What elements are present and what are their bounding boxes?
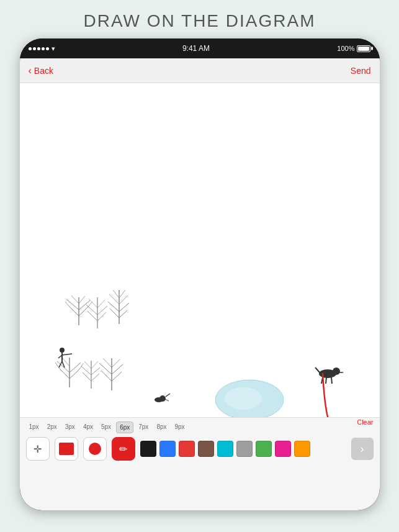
stroke-size-8px[interactable]: 8px bbox=[153, 422, 169, 433]
svg-line-39 bbox=[91, 361, 98, 369]
svg-line-8 bbox=[79, 296, 85, 304]
clear-button[interactable]: Clear bbox=[357, 418, 373, 426]
tools-row: ✛ ✏ bbox=[20, 435, 380, 463]
rectangle-tool-button[interactable] bbox=[55, 437, 78, 461]
color-red[interactable] bbox=[179, 441, 195, 457]
stroke-size-4px[interactable]: 4px bbox=[80, 422, 96, 433]
svg-line-69 bbox=[315, 367, 320, 372]
svg-line-20 bbox=[119, 303, 129, 312]
dog-figure bbox=[315, 367, 343, 384]
color-brown[interactable] bbox=[198, 441, 214, 457]
status-time: 9:41 AM bbox=[182, 44, 210, 53]
svg-line-24 bbox=[119, 290, 125, 298]
battery-fill bbox=[358, 47, 369, 51]
tree-2 bbox=[86, 297, 107, 328]
stroke-size-5px[interactable]: 5px bbox=[98, 422, 114, 433]
circle-shape bbox=[89, 443, 101, 455]
color-palette bbox=[140, 441, 346, 457]
stroke-size-3px[interactable]: 3px bbox=[62, 422, 78, 433]
svg-line-1 bbox=[69, 307, 79, 316]
svg-line-38 bbox=[84, 361, 91, 369]
svg-line-23 bbox=[113, 290, 119, 298]
back-button[interactable]: ‹ Back bbox=[29, 65, 53, 76]
svg-line-46 bbox=[112, 359, 120, 367]
tree-1 bbox=[65, 295, 92, 325]
svg-line-68 bbox=[331, 377, 332, 384]
svg-line-7 bbox=[71, 295, 79, 304]
tree-3 bbox=[108, 290, 129, 324]
bird-figure bbox=[155, 394, 170, 402]
svg-line-63 bbox=[165, 399, 169, 401]
svg-line-29 bbox=[69, 363, 81, 372]
rectangle-shape bbox=[59, 443, 74, 455]
svg-line-31 bbox=[79, 364, 83, 370]
svg-line-14 bbox=[89, 299, 97, 308]
svg-line-56 bbox=[59, 361, 62, 367]
svg-line-6 bbox=[88, 302, 92, 307]
back-chevron-icon: ‹ bbox=[29, 65, 32, 76]
color-cyan[interactable] bbox=[217, 441, 233, 457]
stroke-size-9px[interactable]: 9px bbox=[172, 422, 188, 433]
status-right: 100% bbox=[337, 45, 370, 52]
svg-line-67 bbox=[326, 377, 326, 384]
status-left: ▾ bbox=[29, 45, 55, 53]
back-label: Back bbox=[34, 66, 53, 76]
svg-line-36 bbox=[81, 366, 91, 375]
svg-line-19 bbox=[108, 302, 119, 312]
color-magenta[interactable] bbox=[275, 441, 291, 457]
svg-point-61 bbox=[155, 397, 163, 402]
sizes-row: 1px 2px 3px 4px 5px 6px 7px 8px 9px Back… bbox=[20, 418, 380, 435]
nav-bar: ‹ Back Send bbox=[20, 58, 380, 83]
tree-5 bbox=[81, 361, 100, 389]
pond-highlight bbox=[225, 387, 262, 410]
bottom-toolbar: 1px 2px 3px 4px 5px 6px 7px 8px 9px Back… bbox=[20, 417, 380, 510]
color-blue[interactable] bbox=[159, 441, 176, 457]
next-arrow-button[interactable]: › bbox=[351, 438, 374, 460]
svg-line-22 bbox=[119, 295, 128, 304]
stroke-size-7px[interactable]: 7px bbox=[135, 422, 151, 433]
color-green[interactable] bbox=[256, 441, 272, 457]
phone-frame: ▾ 9:41 AM 100% ‹ Back Send bbox=[20, 38, 380, 510]
drawing-svg[interactable] bbox=[20, 83, 380, 417]
status-bar: ▾ 9:41 AM 100% bbox=[20, 38, 380, 58]
svg-line-13 bbox=[97, 306, 107, 315]
drawing-canvas[interactable] bbox=[20, 83, 380, 417]
page-title: DRAW ON THE DIAGRAM bbox=[0, 0, 399, 38]
svg-point-54 bbox=[60, 348, 65, 353]
svg-line-35 bbox=[91, 374, 99, 381]
svg-line-5 bbox=[65, 302, 69, 307]
svg-line-37 bbox=[91, 367, 100, 375]
svg-line-30 bbox=[55, 363, 60, 369]
background-wrap: Background Clear bbox=[331, 422, 373, 426]
svg-line-10 bbox=[87, 311, 97, 321]
svg-line-58 bbox=[62, 354, 72, 355]
stroke-sizes-container: 1px 2px 3px 4px 5px 6px 7px 8px 9px bbox=[26, 422, 332, 433]
color-orange[interactable] bbox=[294, 441, 310, 457]
svg-point-65 bbox=[333, 367, 340, 375]
signal-dots bbox=[29, 47, 49, 50]
move-tool-button[interactable]: ✛ bbox=[26, 437, 50, 461]
wifi-icon: ▾ bbox=[52, 45, 55, 53]
stroke-size-2px[interactable]: 2px bbox=[44, 422, 60, 433]
stroke-size-6px[interactable]: 6px bbox=[116, 422, 133, 433]
svg-line-15 bbox=[97, 300, 105, 308]
send-button[interactable]: Send bbox=[351, 66, 371, 76]
pencil-icon: ✏ bbox=[119, 443, 127, 455]
color-gray[interactable] bbox=[236, 441, 253, 457]
svg-line-45 bbox=[103, 358, 112, 367]
svg-line-2 bbox=[79, 307, 88, 316]
svg-line-62 bbox=[166, 394, 170, 397]
svg-line-43 bbox=[99, 363, 112, 374]
battery-percent: 100% bbox=[337, 45, 354, 52]
stroke-size-1px[interactable]: 1px bbox=[26, 422, 42, 433]
tree-4 bbox=[55, 358, 83, 387]
battery-icon bbox=[357, 45, 370, 52]
svg-line-41 bbox=[101, 371, 112, 381]
circle-tool-button[interactable] bbox=[83, 437, 107, 461]
color-black[interactable] bbox=[140, 441, 156, 457]
tree-6 bbox=[99, 358, 123, 390]
next-arrow-icon: › bbox=[361, 443, 364, 456]
svg-line-18 bbox=[119, 310, 127, 318]
pencil-tool-button[interactable]: ✏ bbox=[112, 437, 135, 461]
svg-line-26 bbox=[60, 369, 69, 379]
